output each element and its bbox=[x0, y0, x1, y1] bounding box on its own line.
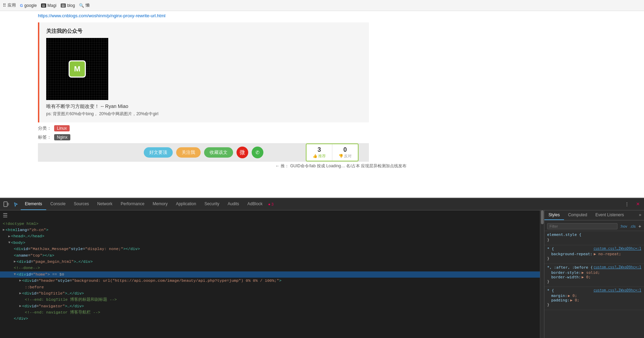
blog-label[interactable]: blog bbox=[67, 3, 75, 8]
expand-arrow[interactable]: ▶ bbox=[8, 234, 10, 239]
magi-label[interactable]: Magi bbox=[48, 3, 57, 8]
tab-audits[interactable]: Audits bbox=[223, 198, 243, 210]
elements-menu-icon[interactable]: ☰ bbox=[3, 212, 8, 221]
article-link[interactable]: https://www.cnblogs.com/woshinm/p/nginx-… bbox=[38, 11, 165, 20]
html-panel[interactable]: ☰ <!doctype html> ▶ <html lang="zh-cn" >… bbox=[0, 210, 540, 338]
html-line: <!--end: navigator 博客导航栏 --> bbox=[0, 309, 540, 316]
browser-content: https://www.cnblogs.com/woshinm/p/nginx-… bbox=[0, 11, 644, 197]
qr-image: M bbox=[46, 38, 108, 100]
category-label: 分类： bbox=[38, 125, 51, 131]
page-area: https://www.cnblogs.com/woshinm/p/nginx-… bbox=[0, 11, 644, 197]
magi-link[interactable]: ▤ Magi bbox=[41, 3, 57, 8]
collect-button[interactable]: 收藏该文 bbox=[204, 147, 233, 158]
right-panel: Styles Computed Event Listeners » :hov .… bbox=[544, 210, 644, 338]
tab-computed[interactable]: Computed bbox=[564, 210, 591, 220]
tab-memory[interactable]: Memory bbox=[149, 198, 172, 210]
blog-link[interactable]: ▤ blog bbox=[61, 3, 75, 8]
tags-tag[interactable]: Nginx bbox=[54, 134, 70, 140]
filter-add-btn[interactable]: + bbox=[638, 223, 641, 229]
tab-sources[interactable]: Sources bbox=[70, 198, 93, 210]
top-bar: ⠿ 应用 G google ▤ Magi ▤ blog 🔍 懒 bbox=[0, 0, 644, 11]
category-tag[interactable]: Linux bbox=[54, 125, 70, 131]
html-line: </div> bbox=[0, 316, 540, 322]
tab-application[interactable]: Application bbox=[172, 198, 200, 210]
filter-row: :hov .cls + bbox=[544, 222, 644, 231]
html-line: ▶ <div id="page_begin_html" >…</div> bbox=[0, 259, 540, 265]
vote-recommend[interactable]: 3 👍 推荐 bbox=[306, 144, 332, 161]
tab-elements[interactable]: Elements bbox=[21, 198, 46, 210]
apps-label[interactable]: 应用 bbox=[8, 2, 16, 8]
tab-network[interactable]: Network bbox=[93, 198, 117, 210]
motto: 唯有不断学习方能改变！ -- Ryan Miao bbox=[46, 103, 362, 110]
expand-arrow[interactable]: ▶ bbox=[19, 278, 21, 284]
filter-hov[interactable]: :hov bbox=[620, 224, 627, 228]
expand-arrow[interactable]: ▼ bbox=[14, 272, 16, 277]
devtools-close-btn[interactable]: ✕ bbox=[633, 199, 643, 209]
vote-oppose[interactable]: 0 👎 反对 bbox=[332, 144, 358, 161]
svg-rect-0 bbox=[4, 202, 7, 207]
vote-box: 3 👍 推荐 0 👎 反对 bbox=[306, 143, 359, 161]
html-line: <!doctype html> bbox=[0, 221, 540, 227]
blog-icon: ▤ bbox=[61, 3, 66, 8]
bookmark-label[interactable]: 懒 bbox=[85, 2, 90, 8]
expand-arrow[interactable]: ▶ bbox=[3, 227, 5, 233]
tab-security[interactable]: Security bbox=[200, 198, 223, 210]
html-doctype: <!doctype html> bbox=[3, 221, 39, 227]
right-tabs: Styles Computed Event Listeners » bbox=[544, 210, 644, 220]
expand-arrow[interactable]: ▶ bbox=[14, 259, 16, 265]
action-bar: 好文要顶 关注我 收藏该文 微 ✆ 3 👍 推荐 0 bbox=[38, 143, 369, 162]
filter-cls[interactable]: .cls bbox=[630, 224, 636, 228]
devtools-settings-btn[interactable]: ⋮ bbox=[622, 199, 632, 209]
style-close-brace: } bbox=[547, 238, 641, 242]
style-source-link[interactable]: custom.css?…IWxoD9hc=:1 bbox=[594, 265, 641, 270]
tab-more[interactable]: » bbox=[636, 210, 644, 220]
google-link[interactable]: G google bbox=[20, 3, 37, 8]
tab-console[interactable]: Console bbox=[46, 198, 70, 210]
expand-arrow[interactable]: ▶ bbox=[19, 291, 21, 296]
html-line: ▶ <head>…</head> bbox=[0, 233, 540, 239]
weibo-icon: 微 bbox=[240, 149, 245, 156]
style-selector: element.style { bbox=[547, 232, 641, 237]
oppose-num: 0 bbox=[343, 146, 347, 153]
google-label[interactable]: google bbox=[24, 3, 37, 8]
html-line-home: ▼ <div id="home" > == $0 bbox=[0, 271, 540, 278]
tab-performance[interactable]: Performance bbox=[117, 198, 149, 210]
qr-section: 关注我的公众号 M 唯有不断学习方能改变！ -- Ryan Miao ps: 背… bbox=[38, 22, 369, 122]
tab-event-listeners[interactable]: Event Listeners bbox=[591, 210, 628, 220]
style-source-link[interactable]: custom.css?…IWxoD9hc=:1 bbox=[594, 288, 641, 294]
html-line: ::before bbox=[0, 284, 540, 290]
filter-input[interactable] bbox=[547, 223, 617, 229]
bookmark-link[interactable]: 🔍 懒 bbox=[79, 2, 90, 8]
apps-menu[interactable]: ⠿ 应用 bbox=[3, 2, 16, 8]
style-rule: border-style: ▶ solid; bbox=[547, 270, 641, 275]
styles-panel: :hov .cls + element.style { } * { custom… bbox=[544, 220, 644, 338]
wechat-icon: ✆ bbox=[255, 150, 260, 155]
thumbdown-icon: 👎 bbox=[339, 154, 343, 158]
html-line: ▶ <div id="navigator" >…</div> bbox=[0, 303, 540, 309]
expand-arrow[interactable]: ▶ bbox=[19, 304, 21, 309]
category-row: 分类： Linux bbox=[38, 125, 644, 131]
qr-title: 关注我的公众号 bbox=[46, 28, 362, 34]
html-line: ▶ <div id="header" style="background: ur… bbox=[0, 278, 540, 284]
weibo-button[interactable]: 微 bbox=[237, 147, 248, 158]
devtools-inspect-btn[interactable] bbox=[11, 199, 21, 209]
tags-row: 标签： Nginx bbox=[38, 134, 644, 140]
style-close-brace: } bbox=[547, 302, 641, 307]
follow-button[interactable]: 关注我 bbox=[176, 147, 201, 158]
style-source-link[interactable]: custom.css?…IWxoD9hc=:1 bbox=[594, 247, 641, 252]
wechat-button[interactable]: ✆ bbox=[252, 147, 263, 158]
style-rule: padding: ▶ 0; bbox=[547, 298, 641, 302]
html-line: ▶ <html lang="zh-cn" > bbox=[0, 227, 540, 233]
style-rule: border-width: ▶ 0; bbox=[547, 275, 641, 279]
devtools-toggle-btn[interactable] bbox=[1, 199, 11, 209]
motto-text: 唯有不断学习方能改变！ -- Ryan Miao bbox=[46, 103, 128, 109]
tab-styles[interactable]: Styles bbox=[544, 210, 564, 220]
html-line: <!--done--> bbox=[0, 265, 540, 271]
qr-logo: M bbox=[69, 60, 86, 78]
tab-adblock[interactable]: AdBlock bbox=[243, 198, 267, 210]
hao-wen-button[interactable]: 好文要顶 bbox=[144, 147, 173, 158]
scroll-indicator[interactable] bbox=[540, 210, 544, 338]
error-badge: ● 3 bbox=[268, 202, 274, 206]
expand-arrow[interactable]: ▼ bbox=[8, 240, 10, 246]
apps-icon: ⠿ bbox=[3, 3, 6, 8]
